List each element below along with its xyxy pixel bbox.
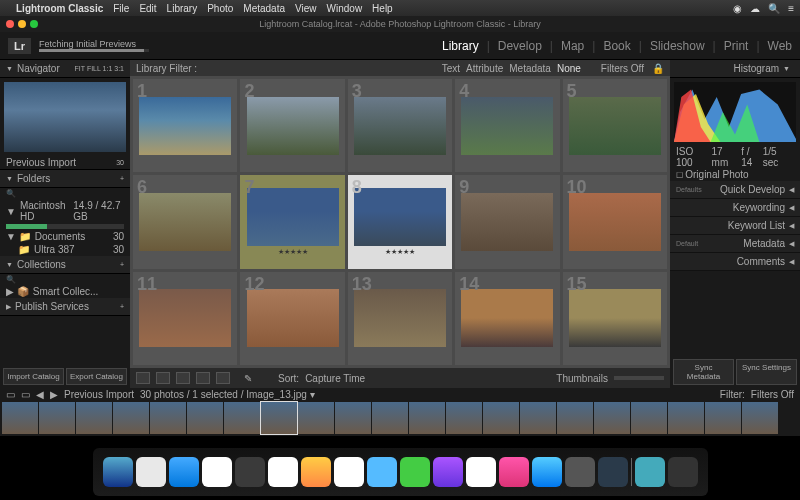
filmstrip-source[interactable]: Previous Import (64, 389, 134, 400)
keyword-list-panel[interactable]: Keyword List◀ (670, 217, 800, 235)
grid-cell-13[interactable]: 13 (348, 272, 452, 365)
module-book[interactable]: Book (603, 39, 630, 53)
filter-attribute[interactable]: Attribute (466, 63, 503, 74)
grid-cell-15[interactable]: 15 (563, 272, 667, 365)
film-thumb[interactable] (520, 402, 556, 434)
film-thumb[interactable] (335, 402, 371, 434)
film-thumb[interactable] (594, 402, 630, 434)
thumbnail-grid[interactable]: 1 2 3 4 5 6 7★★★★★ 8★★★★★ 9 10 11 12 13 … (130, 76, 670, 368)
filmstrip-roll[interactable] (0, 400, 800, 436)
film-thumb[interactable] (261, 402, 297, 434)
cc-icon[interactable]: ☁ (750, 3, 760, 14)
keywording-panel[interactable]: Keywording◀ (670, 199, 800, 217)
dock-podcasts-icon[interactable] (433, 457, 463, 487)
spotlight-icon[interactable]: 🔍 (768, 3, 780, 14)
dock-finder-icon[interactable] (103, 457, 133, 487)
film-thumb[interactable] (76, 402, 112, 434)
sort-dropdown[interactable]: Capture Time (305, 373, 365, 384)
film-thumb[interactable] (39, 402, 75, 434)
menu-metadata[interactable]: Metadata (243, 3, 285, 14)
filter-text[interactable]: Text (442, 63, 460, 74)
menu-library[interactable]: Library (167, 3, 198, 14)
dock-safari-icon[interactable] (136, 457, 166, 487)
dock-calendar-icon[interactable] (202, 457, 232, 487)
module-develop[interactable]: Develop (498, 39, 542, 53)
histogram-header[interactable]: Histogram▼ (670, 60, 800, 78)
film-thumb[interactable] (113, 402, 149, 434)
dock-lightroom-icon[interactable] (598, 457, 628, 487)
dock-appstore-icon[interactable] (532, 457, 562, 487)
film-thumb[interactable] (742, 402, 778, 434)
film-thumb[interactable] (298, 402, 334, 434)
module-map[interactable]: Map (561, 39, 584, 53)
film-thumb[interactable] (668, 402, 704, 434)
sync-metadata-button[interactable]: Sync Metadata (673, 359, 734, 385)
dock-music-icon[interactable] (499, 457, 529, 487)
navigator-preview[interactable] (4, 82, 126, 152)
filmstrip-info[interactable]: 30 photos / 1 selected / Image_13.jpg ▾ (140, 389, 315, 400)
filters-off[interactable]: Filters Off (601, 63, 644, 74)
export-catalog-button[interactable]: Export Catalog (66, 368, 127, 385)
folder-documents[interactable]: ▼ 📁Documents30 (0, 230, 130, 243)
compare-view-icon[interactable] (176, 372, 190, 384)
navigator-header[interactable]: ▼NavigatorFIT FILL 1:1 3:1 (0, 60, 130, 78)
grid-cell-4[interactable]: 4 (455, 79, 559, 172)
menu-view[interactable]: View (295, 3, 317, 14)
folders-header[interactable]: ▼Folders+ (0, 170, 130, 188)
quick-develop-panel[interactable]: DefaultsQuick Develop◀ (670, 181, 800, 199)
module-slideshow[interactable]: Slideshow (650, 39, 705, 53)
grid-cell-10[interactable]: 10 (563, 175, 667, 268)
module-library[interactable]: Library (442, 39, 479, 53)
histogram-display[interactable] (674, 82, 796, 142)
grid-cell-14[interactable]: 14 (455, 272, 559, 365)
original-photo-checkbox[interactable]: ☐ Original Photo (670, 168, 800, 181)
survey-view-icon[interactable] (196, 372, 210, 384)
minimize-icon[interactable] (18, 20, 26, 28)
close-icon[interactable] (6, 20, 14, 28)
second-window-icon[interactable]: ▭ (21, 389, 30, 400)
folder-filter[interactable]: 🔍 (0, 188, 130, 199)
nav-fwd-icon[interactable]: ▶ (50, 389, 58, 400)
thumbnail-size-slider[interactable] (614, 376, 664, 380)
main-window-icon[interactable]: ▭ (6, 389, 15, 400)
dock-trash-icon[interactable] (668, 457, 698, 487)
filter-lock-icon[interactable]: 🔒 (652, 63, 664, 74)
dock-contacts-icon[interactable] (235, 457, 265, 487)
grid-cell-3[interactable]: 3 (348, 79, 452, 172)
grid-cell-8[interactable]: 8★★★★★ (348, 175, 452, 268)
menu-edit[interactable]: Edit (139, 3, 156, 14)
grid-cell-6[interactable]: 6 (133, 175, 237, 268)
volume-row[interactable]: ▼Macintosh HD14.9 / 42.7 GB (0, 199, 130, 223)
filter-metadata[interactable]: Metadata (509, 63, 551, 74)
menu-app[interactable]: Lightroom Classic (16, 3, 103, 14)
dock-mail-icon[interactable] (169, 457, 199, 487)
grid-view-icon[interactable] (136, 372, 150, 384)
film-thumb[interactable] (2, 402, 38, 434)
nav-back-icon[interactable]: ◀ (36, 389, 44, 400)
grid-cell-12[interactable]: 12 (240, 272, 344, 365)
grid-cell-7[interactable]: 7★★★★★ (240, 175, 344, 268)
grid-cell-2[interactable]: 2 (240, 79, 344, 172)
film-thumb[interactable] (631, 402, 667, 434)
grid-cell-5[interactable]: 5 (563, 79, 667, 172)
filmstrip-filters-off[interactable]: Filters Off (751, 389, 794, 400)
film-thumb[interactable] (224, 402, 260, 434)
folder-ultra387[interactable]: 📁Ultra 38730 (0, 243, 130, 256)
comments-panel[interactable]: Comments◀ (670, 253, 800, 271)
collection-smart[interactable]: ▶ 📦Smart Collec... (0, 285, 130, 298)
publish-header[interactable]: ▶Publish Services+ (0, 298, 130, 316)
film-thumb[interactable] (409, 402, 445, 434)
dock-downloads-icon[interactable] (635, 457, 665, 487)
grid-cell-1[interactable]: 1 (133, 79, 237, 172)
status-icon[interactable]: ◉ (733, 3, 742, 14)
menu-window[interactable]: Window (327, 3, 363, 14)
dock-photos-icon[interactable] (334, 457, 364, 487)
film-thumb[interactable] (372, 402, 408, 434)
collections-header[interactable]: ▼Collections+ (0, 256, 130, 274)
menu-extras-icon[interactable]: ≡ (788, 3, 794, 14)
film-thumb[interactable] (446, 402, 482, 434)
module-web[interactable]: Web (768, 39, 792, 53)
import-catalog-button[interactable]: Import Catalog (3, 368, 64, 385)
people-view-icon[interactable] (216, 372, 230, 384)
dock-reminders-icon[interactable] (301, 457, 331, 487)
